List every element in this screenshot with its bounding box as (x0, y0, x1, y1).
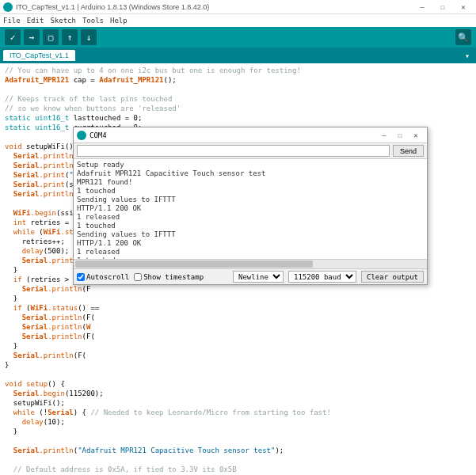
new-button[interactable]: ▢ (43, 29, 59, 45)
autoscroll-label: Autoscroll (86, 273, 129, 281)
serial-input-row: Send (74, 143, 427, 159)
serial-monitor-button[interactable]: 🔍 (455, 29, 471, 45)
toolbar: ✓ → ▢ ↑ ↓ 🔍 (0, 27, 476, 48)
tab-menu-button[interactable]: ▾ (462, 50, 473, 61)
main-titlebar: ITO_CapTest_v1.1 | Arduino 1.8.13 (Windo… (0, 0, 476, 14)
arduino-icon (3, 2, 13, 12)
save-button[interactable]: ↓ (81, 29, 97, 45)
upload-button[interactable]: → (24, 29, 40, 45)
verify-button[interactable]: ✓ (5, 29, 21, 45)
arduino-icon (77, 131, 86, 140)
serial-monitor-window: COM4 — ☐ ✕ Send Setup ready Adafruit MPR… (73, 127, 428, 285)
clear-output-button[interactable]: Clear output (361, 271, 424, 283)
timestamp-label: Show timestamp (143, 273, 204, 281)
menu-file[interactable]: File (3, 17, 21, 25)
serial-close-button[interactable]: ✕ (408, 130, 424, 141)
menubar: File Edit Sketch Tools Help (0, 14, 476, 27)
serial-scrollbar-h[interactable] (74, 259, 427, 268)
baud-select[interactable]: 115200 baud (288, 271, 356, 283)
serial-footer: Autoscroll Show timestamp Newline 115200… (74, 268, 427, 284)
window-controls: — ☐ ✕ (413, 2, 473, 13)
serial-titlebar[interactable]: COM4 — ☐ ✕ (74, 127, 427, 143)
serial-input[interactable] (77, 145, 390, 157)
open-button[interactable]: ↑ (62, 29, 78, 45)
serial-output[interactable]: Setup ready Adafruit MPR121 Capacitive T… (74, 159, 427, 259)
timestamp-checkbox[interactable] (134, 273, 142, 281)
menu-sketch[interactable]: Sketch (50, 17, 76, 25)
maximize-button[interactable]: ☐ (433, 2, 452, 13)
line-ending-select[interactable]: Newline (233, 271, 284, 283)
tab-sketch[interactable]: ITO_CapTest_v1.1 (3, 50, 75, 61)
close-button[interactable]: ✕ (454, 2, 473, 13)
autoscroll-check[interactable]: Autoscroll (77, 273, 129, 281)
tabbar: ITO_CapTest_v1.1 ▾ (0, 48, 476, 63)
autoscroll-checkbox[interactable] (77, 273, 85, 281)
serial-minimize-button[interactable]: — (376, 130, 392, 141)
serial-scrollbar-thumb[interactable] (75, 260, 313, 268)
serial-send-button[interactable]: Send (393, 145, 424, 157)
menu-help[interactable]: Help (110, 17, 128, 25)
titlebar-text: ITO_CapTest_v1.1 | Arduino 1.8.13 (Windo… (16, 3, 413, 11)
timestamp-check[interactable]: Show timestamp (134, 273, 204, 281)
menu-tools[interactable]: Tools (82, 17, 104, 25)
minimize-button[interactable]: — (413, 2, 432, 13)
menu-edit[interactable]: Edit (27, 17, 44, 25)
serial-title: COM4 (89, 131, 376, 139)
serial-maximize-button[interactable]: ☐ (392, 130, 408, 141)
